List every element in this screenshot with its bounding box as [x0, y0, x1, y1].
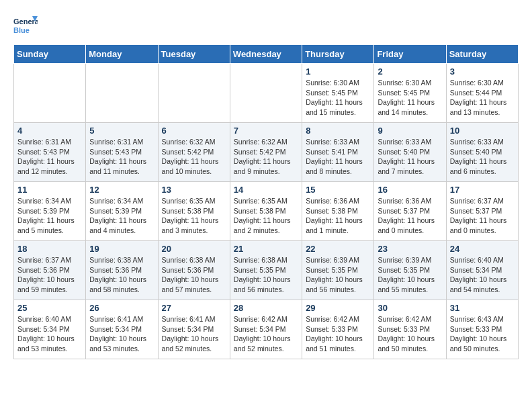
day-info: Sunrise: 6:42 AM Sunset: 5:34 PM Dayligh…: [234, 314, 298, 354]
calendar-cell: 16Sunrise: 6:36 AM Sunset: 5:37 PM Dayli…: [374, 182, 446, 241]
calendar-cell: [230, 64, 302, 123]
calendar-cell: [86, 64, 158, 123]
day-number: 9: [378, 126, 442, 136]
day-number: 13: [162, 185, 226, 195]
day-number: 2: [378, 66, 442, 77]
day-info: Sunrise: 6:37 AM Sunset: 5:37 PM Dayligh…: [450, 196, 515, 236]
day-info: Sunrise: 6:32 AM Sunset: 5:42 PM Dayligh…: [234, 137, 298, 177]
day-info: Sunrise: 6:38 AM Sunset: 5:36 PM Dayligh…: [162, 255, 226, 295]
day-info: Sunrise: 6:40 AM Sunset: 5:34 PM Dayligh…: [17, 314, 82, 354]
calendar-cell: 13Sunrise: 6:35 AM Sunset: 5:38 PM Dayli…: [158, 182, 230, 241]
calendar-cell: 10Sunrise: 6:33 AM Sunset: 5:40 PM Dayli…: [446, 123, 518, 182]
calendar-cell: 21Sunrise: 6:38 AM Sunset: 5:35 PM Dayli…: [230, 241, 302, 300]
calendar-cell: 29Sunrise: 6:42 AM Sunset: 5:33 PM Dayli…: [302, 300, 374, 359]
day-number: 30: [378, 303, 442, 313]
svg-text:Blue: Blue: [13, 26, 30, 34]
day-number: 16: [378, 185, 442, 195]
day-info: Sunrise: 6:35 AM Sunset: 5:38 PM Dayligh…: [162, 196, 226, 236]
calendar-cell: 12Sunrise: 6:34 AM Sunset: 5:39 PM Dayli…: [86, 182, 158, 241]
calendar-cell: 25Sunrise: 6:40 AM Sunset: 5:34 PM Dayli…: [14, 300, 86, 359]
day-number: 6: [162, 126, 226, 136]
day-info: Sunrise: 6:41 AM Sunset: 5:34 PM Dayligh…: [162, 314, 226, 354]
day-info: Sunrise: 6:30 AM Sunset: 5:45 PM Dayligh…: [306, 78, 370, 118]
calendar-cell: 8Sunrise: 6:33 AM Sunset: 5:41 PM Daylig…: [302, 123, 374, 182]
calendar-cell: 18Sunrise: 6:37 AM Sunset: 5:36 PM Dayli…: [14, 241, 86, 300]
day-info: Sunrise: 6:34 AM Sunset: 5:39 PM Dayligh…: [17, 196, 82, 236]
weekday-header-saturday: Saturday: [446, 45, 518, 64]
calendar-cell: 4Sunrise: 6:31 AM Sunset: 5:43 PM Daylig…: [14, 123, 86, 182]
calendar-cell: [14, 64, 86, 123]
day-number: 25: [17, 303, 82, 313]
weekday-header-thursday: Thursday: [302, 45, 374, 64]
calendar-cell: 6Sunrise: 6:32 AM Sunset: 5:42 PM Daylig…: [158, 123, 230, 182]
calendar-cell: 30Sunrise: 6:42 AM Sunset: 5:33 PM Dayli…: [374, 300, 446, 359]
calendar-week-1: 1Sunrise: 6:30 AM Sunset: 5:45 PM Daylig…: [14, 64, 519, 123]
day-info: Sunrise: 6:36 AM Sunset: 5:38 PM Dayligh…: [306, 196, 370, 236]
day-number: 8: [306, 126, 370, 136]
calendar-body: 1Sunrise: 6:30 AM Sunset: 5:45 PM Daylig…: [14, 64, 519, 359]
day-number: 4: [17, 126, 82, 136]
calendar-cell: 22Sunrise: 6:39 AM Sunset: 5:35 PM Dayli…: [302, 241, 374, 300]
day-info: Sunrise: 6:31 AM Sunset: 5:43 PM Dayligh…: [89, 137, 154, 177]
day-info: Sunrise: 6:33 AM Sunset: 5:41 PM Dayligh…: [306, 137, 370, 177]
day-info: Sunrise: 6:32 AM Sunset: 5:42 PM Dayligh…: [162, 137, 226, 177]
day-info: Sunrise: 6:33 AM Sunset: 5:40 PM Dayligh…: [450, 137, 515, 177]
day-number: 5: [89, 126, 154, 136]
weekday-header-tuesday: Tuesday: [158, 45, 230, 64]
calendar-cell: 23Sunrise: 6:39 AM Sunset: 5:35 PM Dayli…: [374, 241, 446, 300]
calendar-cell: 11Sunrise: 6:34 AM Sunset: 5:39 PM Dayli…: [14, 182, 86, 241]
day-number: 24: [450, 244, 515, 254]
day-info: Sunrise: 6:31 AM Sunset: 5:43 PM Dayligh…: [17, 137, 82, 177]
calendar-cell: 27Sunrise: 6:41 AM Sunset: 5:34 PM Dayli…: [158, 300, 230, 359]
day-info: Sunrise: 6:30 AM Sunset: 5:45 PM Dayligh…: [378, 78, 442, 118]
calendar-cell: 26Sunrise: 6:41 AM Sunset: 5:34 PM Dayli…: [86, 300, 158, 359]
logo-icon: General Blue: [13, 13, 38, 38]
day-number: 7: [234, 126, 298, 136]
calendar-cell: 14Sunrise: 6:35 AM Sunset: 5:38 PM Dayli…: [230, 182, 302, 241]
day-info: Sunrise: 6:36 AM Sunset: 5:37 PM Dayligh…: [378, 196, 442, 236]
day-info: Sunrise: 6:39 AM Sunset: 5:35 PM Dayligh…: [378, 255, 442, 295]
calendar-cell: 1Sunrise: 6:30 AM Sunset: 5:45 PM Daylig…: [302, 64, 374, 123]
day-info: Sunrise: 6:39 AM Sunset: 5:35 PM Dayligh…: [306, 255, 370, 295]
day-info: Sunrise: 6:38 AM Sunset: 5:36 PM Dayligh…: [89, 255, 154, 295]
calendar-cell: 15Sunrise: 6:36 AM Sunset: 5:38 PM Dayli…: [302, 182, 374, 241]
day-number: 27: [162, 303, 226, 313]
day-number: 18: [17, 244, 82, 254]
calendar-cell: 5Sunrise: 6:31 AM Sunset: 5:43 PM Daylig…: [86, 123, 158, 182]
day-info: Sunrise: 6:42 AM Sunset: 5:33 PM Dayligh…: [306, 314, 370, 354]
day-info: Sunrise: 6:40 AM Sunset: 5:34 PM Dayligh…: [450, 255, 515, 295]
day-number: 26: [89, 303, 154, 313]
day-number: 10: [450, 126, 515, 136]
calendar-cell: 2Sunrise: 6:30 AM Sunset: 5:45 PM Daylig…: [374, 64, 446, 123]
day-info: Sunrise: 6:34 AM Sunset: 5:39 PM Dayligh…: [89, 196, 154, 236]
calendar-cell: 17Sunrise: 6:37 AM Sunset: 5:37 PM Dayli…: [446, 182, 518, 241]
day-number: 20: [162, 244, 226, 254]
day-info: Sunrise: 6:33 AM Sunset: 5:40 PM Dayligh…: [378, 137, 442, 177]
page-header: General Blue: [13, 13, 519, 38]
calendar-cell: 20Sunrise: 6:38 AM Sunset: 5:36 PM Dayli…: [158, 241, 230, 300]
day-info: Sunrise: 6:42 AM Sunset: 5:33 PM Dayligh…: [378, 314, 442, 354]
calendar-cell: 7Sunrise: 6:32 AM Sunset: 5:42 PM Daylig…: [230, 123, 302, 182]
day-number: 28: [234, 303, 298, 313]
day-info: Sunrise: 6:41 AM Sunset: 5:34 PM Dayligh…: [89, 314, 154, 354]
day-number: 21: [234, 244, 298, 254]
calendar-week-5: 25Sunrise: 6:40 AM Sunset: 5:34 PM Dayli…: [14, 300, 519, 359]
day-number: 11: [17, 185, 82, 195]
day-number: 12: [89, 185, 154, 195]
calendar-week-2: 4Sunrise: 6:31 AM Sunset: 5:43 PM Daylig…: [14, 123, 519, 182]
weekday-header-friday: Friday: [374, 45, 446, 64]
day-number: 29: [306, 303, 370, 313]
calendar-cell: [158, 64, 230, 123]
day-number: 3: [450, 66, 515, 77]
day-number: 17: [450, 185, 515, 195]
day-info: Sunrise: 6:35 AM Sunset: 5:38 PM Dayligh…: [234, 196, 298, 236]
calendar-week-3: 11Sunrise: 6:34 AM Sunset: 5:39 PM Dayli…: [14, 182, 519, 241]
day-number: 31: [450, 303, 515, 313]
weekday-header-row: SundayMondayTuesdayWednesdayThursdayFrid…: [14, 45, 519, 64]
day-number: 14: [234, 185, 298, 195]
day-number: 23: [378, 244, 442, 254]
calendar-cell: 24Sunrise: 6:40 AM Sunset: 5:34 PM Dayli…: [446, 241, 518, 300]
day-number: 22: [306, 244, 370, 254]
calendar-cell: 3Sunrise: 6:30 AM Sunset: 5:44 PM Daylig…: [446, 64, 518, 123]
calendar-week-4: 18Sunrise: 6:37 AM Sunset: 5:36 PM Dayli…: [14, 241, 519, 300]
